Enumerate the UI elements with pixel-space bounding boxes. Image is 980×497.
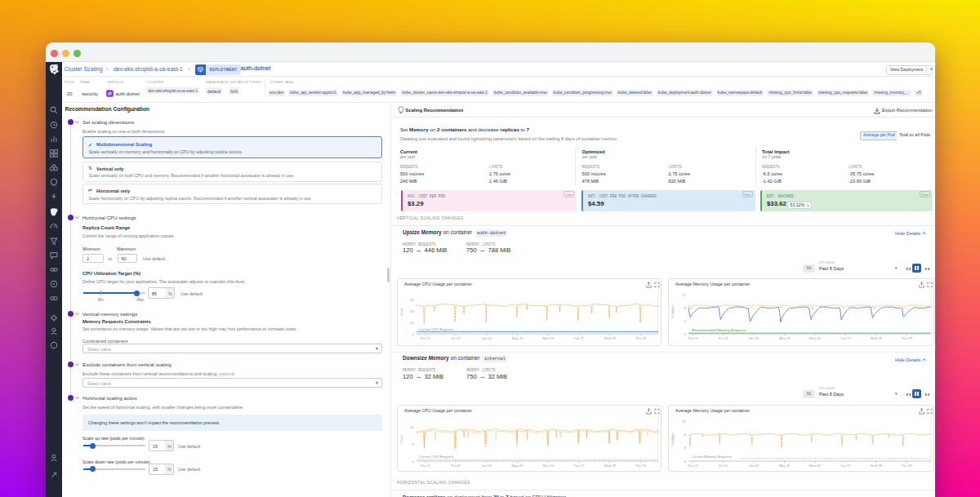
svg-text:Fri 23: Fri 23 <box>452 336 461 340</box>
svg-text:Fri 23: Fri 23 <box>719 336 728 340</box>
svg-text:Sat 24: Sat 24 <box>749 464 760 468</box>
svg-text:Mon 26: Mon 26 <box>809 336 822 340</box>
svg-text:Thu 29: Thu 29 <box>635 464 647 468</box>
svg-text:Mon 26: Mon 26 <box>542 336 555 340</box>
svg-text:0: 0 <box>412 459 415 464</box>
svg-text:Wed 28: Wed 28 <box>604 336 617 340</box>
svg-text:Sat 24: Sat 24 <box>482 464 492 468</box>
svg-text:Thu 22: Thu 22 <box>420 336 431 340</box>
svg-text:10: 10 <box>410 321 414 325</box>
svg-text:May 25: May 25 <box>779 336 791 340</box>
svg-text:Cores: Cores <box>399 308 403 317</box>
svg-text:Mon 26: Mon 26 <box>809 464 822 468</box>
svg-text:Thu 29: Thu 29 <box>902 336 913 340</box>
svg-text:20: 20 <box>410 309 414 313</box>
svg-text:Current CPU Requests: Current CPU Requests <box>419 455 454 459</box>
svg-text:Sat 24: Sat 24 <box>749 336 760 340</box>
svg-text:0: 0 <box>684 459 687 464</box>
svg-text:Fri 23: Fri 23 <box>452 464 461 468</box>
svg-text:Recommended Memory Requests: Recommended Memory Requests <box>692 328 746 332</box>
svg-text:30: 30 <box>410 298 414 302</box>
svg-text:10: 10 <box>410 425 414 429</box>
svg-text:Thu 29: Thu 29 <box>635 336 647 340</box>
svg-text:8: 8 <box>684 306 687 310</box>
svg-text:Cores: Cores <box>399 435 403 444</box>
svg-text:Current Memory Requests: Current Memory Requests <box>692 455 732 459</box>
svg-text:Tue 27: Tue 27 <box>574 464 586 468</box>
svg-text:4: 4 <box>684 446 687 450</box>
svg-text:8: 8 <box>684 433 687 437</box>
svg-text:Sat 24: Sat 24 <box>482 336 492 340</box>
svg-text:5: 5 <box>412 442 415 446</box>
svg-text:Wed 28: Wed 28 <box>604 464 617 468</box>
svg-text:May 25: May 25 <box>779 464 791 468</box>
svg-text:GibiBytes: GibiBytes <box>670 304 675 318</box>
svg-text:Wed 28: Wed 28 <box>871 336 883 340</box>
svg-text:Mon 26: Mon 26 <box>542 464 555 468</box>
svg-text:Current CPU Requests: Current CPU Requests <box>419 327 454 331</box>
svg-text:12: 12 <box>682 293 686 297</box>
svg-text:Wed 28: Wed 28 <box>871 464 883 468</box>
svg-text:May 25: May 25 <box>512 464 523 468</box>
svg-text:May 25: May 25 <box>512 336 523 340</box>
svg-text:0: 0 <box>684 332 687 336</box>
svg-text:0: 0 <box>412 332 415 336</box>
svg-text:Thu 22: Thu 22 <box>420 464 431 468</box>
svg-text:12: 12 <box>682 419 686 424</box>
svg-text:Fri 23: Fri 23 <box>719 464 728 468</box>
svg-text:Tue 27: Tue 27 <box>840 464 852 468</box>
svg-text:Tue 27: Tue 27 <box>840 336 852 340</box>
svg-text:GibiBytes: GibiBytes <box>670 432 675 446</box>
svg-text:Thu 29: Thu 29 <box>902 464 913 468</box>
svg-text:Thu 22: Thu 22 <box>688 336 699 340</box>
svg-text:Thu 22: Thu 22 <box>688 464 699 468</box>
svg-text:Tue 27: Tue 27 <box>574 336 586 340</box>
svg-text:4: 4 <box>684 319 687 323</box>
